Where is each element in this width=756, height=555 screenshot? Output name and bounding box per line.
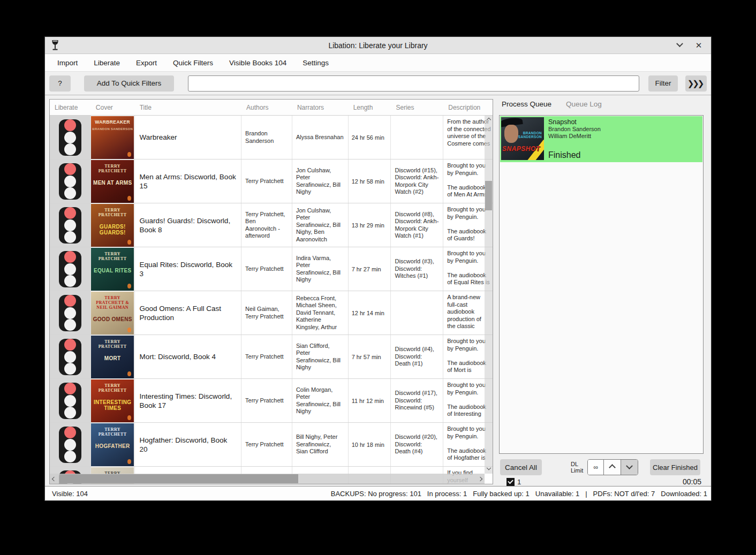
menu-item-quick-filters[interactable]: Quick Filters [167,56,219,70]
table-row[interactable]: TERRY PRATCHETTHOGFATHERHogfather: Discw… [50,423,493,467]
dl-limit-increase-button[interactable] [603,460,621,475]
menu-item-visible-books-104[interactable]: Visible Books 104 [223,56,292,70]
clear-finished-button[interactable]: Clear Finished [650,459,700,475]
title-cell: Interesting Times: Discworld, Book 17 [135,379,242,422]
liberate-status-icon[interactable] [59,163,81,200]
authors-cell: Terry Pratchett [241,423,292,466]
tab-queue-log[interactable]: Queue Log [566,100,602,108]
series-cell: Discworld (#15), Discworld: Ankh-Morpork… [391,159,443,203]
status-bar: Visible: 104 BACKUPS: No progress: 101In… [45,486,711,500]
queue-item-narrator: William DeMeritt [548,133,701,140]
column-header-series[interactable]: Series [391,100,443,115]
liberate-status-icon[interactable] [59,383,81,419]
queue-item-status: Finished [548,150,701,161]
column-header-description[interactable]: Description [443,100,493,115]
dl-limit-value[interactable]: ∞ [588,460,603,475]
filter-button[interactable]: Filter [648,75,678,92]
length-cell: 13 hr 29 min [349,203,391,247]
traffic-light-dot [64,263,76,275]
scroll-down-arrow[interactable] [485,465,493,474]
table-row[interactable]: TERRY PRATCHETTINTERESTING TIMESInterest… [50,379,493,423]
horizontal-scrollbar[interactable] [50,474,485,484]
penguin-logo [127,328,131,332]
menu-item-export[interactable]: Export [130,56,163,70]
scroll-right-arrow[interactable] [476,477,485,481]
table-row[interactable]: TERRY PRATCHETTEQUAL RITESEqual Rites: D… [50,247,493,291]
title-bar[interactable]: Libation: Liberate your Library ✕ [45,37,711,54]
chevron-down-icon [676,40,683,47]
status-segment-pdfs: PDFs: NOT d/l'ed: 7 [593,490,655,498]
queue-count-label: 1 [517,478,521,486]
cancel-all-button[interactable]: Cancel All [500,459,542,475]
liberate-status-icon[interactable] [59,207,81,244]
scroll-left-arrow[interactable] [50,477,58,481]
liberate-status-icon[interactable] [59,119,81,156]
liberate-status-icon[interactable] [59,427,81,463]
cover-author-text: TERRY PRATCHETT [91,339,134,349]
traffic-light-dot [64,383,76,394]
queue-controls: Cancel All DLLimit ∞ Clear Finished [499,459,704,475]
column-header-title[interactable]: Title [135,100,241,115]
title-cell: Guards! Guards!: Discworld, Book 8 [135,203,242,247]
liberate-cell [50,159,91,203]
vertical-scrollbar-thumb[interactable] [485,181,492,210]
authors-cell: Neil Gaiman, Terry Pratchett [241,291,292,334]
traffic-light-dot [64,143,76,155]
liberate-status-icon[interactable] [59,295,81,331]
process-queue-panel: Process Queue Queue Log BRANDONSANDERSON… [498,95,708,486]
title-cell: Warbreaker [135,116,242,159]
menu-item-import[interactable]: Import [51,56,84,70]
cover-cell: TERRY PRATCHETTEQUAL RITES [91,247,135,291]
add-to-quick-filters-button[interactable]: Add To Quick Filters [84,75,174,92]
book-cover: WARBREAKERBRANDON SANDERSON [91,116,134,159]
table-row[interactable]: TERRY PRATCHETTGUARDS! GUARDS!Guards! Gu… [50,203,493,247]
traffic-light-dot [64,219,76,231]
liberate-status-icon[interactable] [59,339,81,375]
chevron-down-icon [486,466,490,470]
desktop-background: Libation: Liberate your Library ✕ Import… [0,0,756,555]
vertical-scrollbar[interactable] [485,116,493,474]
table-row[interactable]: TERRY PRATCHETTMEN AT ARMSMen at Arms: D… [50,159,493,203]
libation-window: Libation: Liberate your Library ✕ Import… [44,36,712,501]
help-button[interactable]: ? [49,75,71,92]
length-cell: 12 hr 14 min [349,291,391,334]
cover-title-text: MORT [104,355,121,361]
table-row[interactable]: TERRY PRATCHETT & NEIL GAIMANGOOD OMENSG… [50,291,493,335]
cover-cell: TERRY PRATCHETTMORT [91,335,135,378]
tab-process-queue[interactable]: Process Queue [502,100,551,108]
penguin-logo [127,371,131,376]
cover-cell: TERRY PRATCHETTMEN AT ARMS [91,159,135,203]
dl-limit-decrease-button[interactable] [621,460,638,475]
column-header-narrators[interactable]: Narrators [292,100,349,115]
column-header-liberate[interactable]: Liberate [50,100,91,115]
window-close-button[interactable]: ✕ [693,40,705,51]
queue-count-checkbox[interactable] [506,478,515,486]
filter-search-input[interactable] [188,75,639,92]
expand-filter-button[interactable]: ❯❯❯ [685,75,707,92]
traffic-light-dot [64,451,76,462]
visible-count: Visible: 104 [52,490,88,498]
cover-title-text: SNAPSHOT [502,145,540,153]
menu-item-liberate[interactable]: Liberate [88,56,126,70]
liberate-cell [50,335,91,378]
liberate-status-icon[interactable] [59,251,81,287]
narrators-cell: Indira Varma, Peter Serafinowicz, Bill N… [292,247,349,291]
penguin-logo [127,284,131,288]
queue-item[interactable]: BRANDONSANDERSON SNAPSHOT Snapshot Brand… [500,116,702,162]
queue-item-author: Brandon Sanderson [548,126,701,133]
table-row[interactable]: TERRY PRATCHETTMORTMort: Discworld, Book… [50,335,493,379]
horizontal-scrollbar-thumb[interactable] [59,474,298,483]
book-cover: TERRY PRATCHETTGUARDS! GUARDS! [91,204,134,247]
column-header-cover[interactable]: Cover [91,100,135,115]
column-header-length[interactable]: Length [349,100,391,115]
book-cover: TERRY PRATCHETTEQUAL RITES [91,248,134,291]
column-header-authors[interactable]: Authors [241,100,292,115]
table-row[interactable]: WARBREAKERBRANDON SANDERSONWarbreakerBra… [50,116,493,159]
menu-item-settings[interactable]: Settings [297,56,335,70]
window-collapse-button[interactable] [674,40,685,51]
narrators-cell: Jon Culshaw, Peter Serafinowicz, Bill Ni… [292,203,349,247]
series-cell: Discworld (#4), Discworld: Death (#1) [391,335,443,378]
scroll-up-arrow[interactable] [485,116,493,124]
series-cell [391,116,443,159]
traffic-light-dot [64,187,76,199]
